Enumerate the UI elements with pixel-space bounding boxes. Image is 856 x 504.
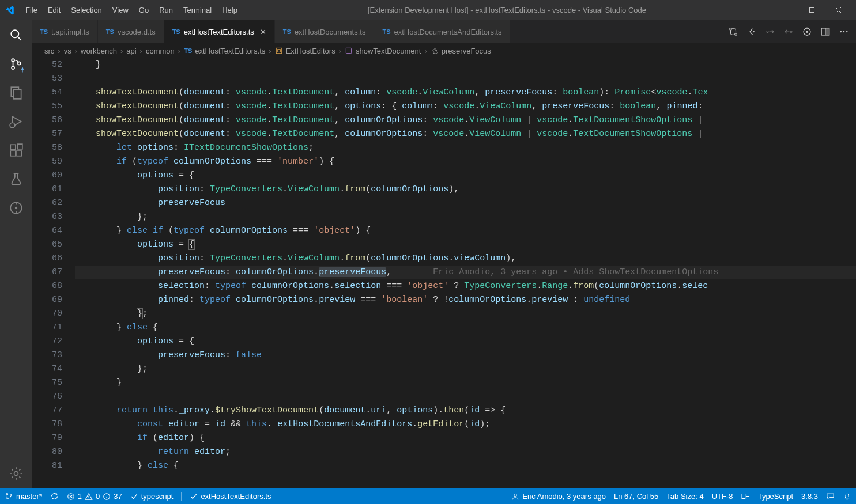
chevron-right-icon: ›: [269, 47, 271, 55]
search-icon[interactable]: [8, 27, 24, 43]
minimize-button[interactable]: [772, 0, 798, 20]
maximize-button[interactable]: [798, 0, 825, 20]
breadcrumb-segment[interactable]: vs: [64, 47, 71, 55]
tab-vscode-d-ts[interactable]: TSvscode.d.ts: [98, 20, 164, 43]
svg-point-7: [10, 123, 15, 128]
svg-rect-23: [826, 29, 829, 35]
gitlens-icon[interactable]: [8, 200, 24, 216]
status-bell-icon[interactable]: [843, 492, 851, 501]
window-controls: [772, 0, 851, 20]
svg-point-24: [840, 31, 842, 33]
editor-actions: [721, 20, 856, 43]
breadcrumb-segment[interactable]: api: [126, 47, 136, 55]
compare-changes-icon[interactable]: [728, 26, 738, 37]
chevron-right-icon: ›: [178, 47, 180, 55]
go-next-icon[interactable]: [783, 26, 794, 37]
svg-rect-8: [10, 145, 16, 150]
go-prev-icon[interactable]: [765, 26, 775, 37]
svg-point-31: [6, 498, 8, 499]
svg-rect-29: [346, 48, 351, 53]
svg-point-32: [10, 494, 12, 496]
svg-rect-10: [17, 151, 22, 156]
chevron-right-icon: ›: [120, 47, 123, 55]
menu-edit[interactable]: Edit: [43, 3, 65, 17]
menu-file[interactable]: File: [21, 3, 42, 17]
status-version[interactable]: 3.8.3: [801, 492, 818, 501]
breadcrumb-segment[interactable]: common: [146, 47, 175, 55]
svg-point-15: [730, 28, 732, 31]
breadcrumb-symbol[interactable]: preserveFocus: [431, 47, 491, 55]
more-actions-icon[interactable]: [839, 26, 849, 37]
status-eol[interactable]: LF: [741, 492, 749, 501]
menu-view[interactable]: View: [108, 3, 133, 17]
svg-point-14: [14, 472, 18, 476]
vscode-logo-icon: [5, 5, 15, 16]
svg-rect-11: [17, 144, 22, 149]
svg-point-21: [806, 31, 808, 33]
svg-point-3: [12, 66, 14, 69]
tab-label: extHostDocuments.ts: [295, 28, 366, 36]
editor-area: TSt.api.impl.tsTSvscode.d.tsTSextHostTex…: [32, 20, 856, 488]
menu-terminal[interactable]: Terminal: [179, 3, 216, 17]
status-problems[interactable]: 1 0 37: [67, 492, 122, 501]
svg-rect-6: [13, 90, 21, 99]
tab-extHostDocumentsAndEditors-ts[interactable]: TSextHostDocumentsAndEditors.ts: [374, 20, 510, 43]
svg-point-18: [767, 31, 768, 33]
tab-label: extHostDocumentsAndEditors.ts: [394, 28, 501, 36]
warning-count: 0: [96, 492, 100, 501]
status-language[interactable]: TypeScript: [758, 492, 793, 501]
tab-t-api-impl-ts[interactable]: TSt.api.impl.ts: [32, 20, 98, 43]
svg-point-1: [11, 30, 18, 37]
tab-extHostDocuments-ts[interactable]: TSextHostDocuments.ts: [275, 20, 375, 43]
chevron-right-icon: ›: [339, 47, 341, 55]
tab-label: t.api.impl.ts: [51, 28, 89, 36]
status-feedback-icon[interactable]: [826, 492, 835, 501]
close-icon[interactable]: ✕: [260, 28, 266, 36]
breadcrumb-symbol[interactable]: showTextDocument: [345, 47, 421, 55]
svg-point-35: [514, 494, 517, 497]
info-count: 37: [114, 492, 122, 501]
code-editor[interactable]: 5253545556575859606162636465666768697071…: [32, 58, 856, 488]
source-control-icon[interactable]: [8, 56, 24, 72]
breadcrumb-file[interactable]: TSextHostTextEditors.ts: [184, 47, 265, 55]
settings-gear-icon[interactable]: [8, 465, 24, 482]
menu-run[interactable]: Run: [154, 3, 178, 17]
status-branch[interactable]: master*: [5, 492, 42, 501]
status-cursor[interactable]: Ln 67, Col 55: [614, 492, 658, 501]
breadcrumbs[interactable]: src›vs›workbench›api›common›TSextHostTex…: [32, 43, 856, 58]
testing-icon[interactable]: [8, 171, 24, 187]
gitlens-annotation: Eric Amodio, 3 years ago • Adds ShowText…: [433, 267, 718, 277]
svg-rect-28: [277, 50, 280, 52]
status-lang-server[interactable]: typescript: [130, 492, 174, 501]
status-blame[interactable]: Eric Amodio, 3 years ago: [511, 492, 606, 501]
run-debug-icon[interactable]: [8, 113, 24, 130]
code-content[interactable]: } showTextDocument(document: vscode.Text…: [75, 58, 856, 488]
svg-point-2: [12, 59, 14, 62]
menu-help[interactable]: Help: [217, 3, 242, 17]
explorer-icon[interactable]: [8, 85, 24, 101]
menu-selection[interactable]: Selection: [66, 3, 106, 17]
ts-file-icon: TS: [283, 28, 291, 35]
tab-label: extHostTextEditors.ts: [184, 28, 254, 36]
close-button[interactable]: [825, 0, 851, 20]
tab-extHostTextEditors-ts[interactable]: TSextHostTextEditors.ts✕: [164, 20, 275, 43]
svg-point-13: [14, 207, 17, 209]
status-tabsize[interactable]: Tab Size: 4: [666, 492, 703, 501]
svg-point-16: [735, 33, 737, 36]
ts-file-icon: TS: [40, 28, 48, 35]
status-task[interactable]: extHostTextEditors.ts: [190, 492, 271, 501]
breadcrumb-segment[interactable]: workbench: [81, 47, 117, 55]
task-name: extHostTextEditors.ts: [201, 492, 271, 501]
status-encoding[interactable]: UTF-8: [712, 492, 733, 501]
go-back-icon[interactable]: [746, 26, 757, 37]
status-separator: [181, 492, 182, 501]
status-sync[interactable]: [50, 492, 59, 501]
menu-go[interactable]: Go: [134, 3, 153, 17]
status-bar: master* 1 0 37 typescript extHostTextEdi…: [0, 488, 856, 504]
extensions-icon[interactable]: [8, 142, 24, 158]
split-editor-icon[interactable]: [820, 26, 831, 37]
ts-file-icon: TS: [382, 28, 390, 35]
breadcrumb-segment[interactable]: src: [44, 47, 54, 55]
toggle-annotations-icon[interactable]: [802, 26, 812, 37]
breadcrumb-symbol[interactable]: ExtHostEditors: [275, 47, 335, 55]
